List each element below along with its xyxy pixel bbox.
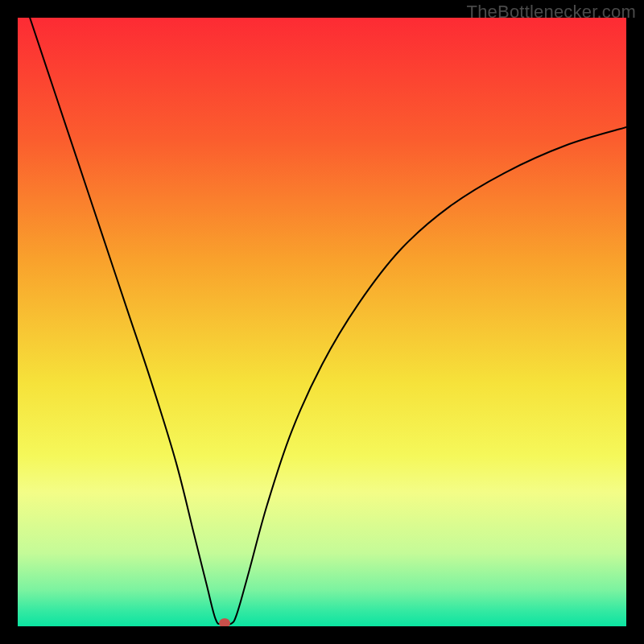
gradient-background xyxy=(18,18,626,626)
watermark-text: TheBottlenecker.com xyxy=(467,2,636,23)
bottleneck-chart xyxy=(18,18,626,626)
chart-frame: TheBottlenecker.com xyxy=(0,0,644,644)
plot-area xyxy=(18,18,626,626)
